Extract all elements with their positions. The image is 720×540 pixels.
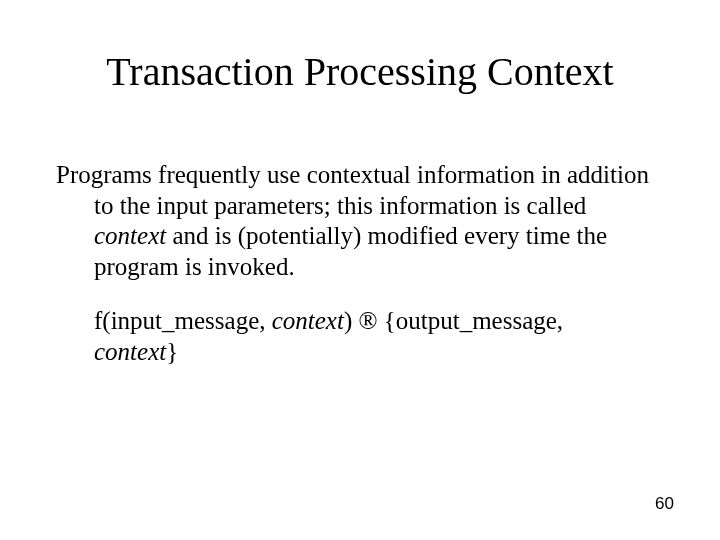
formula-e-context: context xyxy=(94,338,166,365)
formula-line: f(input_message, context) ® {output_mess… xyxy=(56,306,650,367)
slide: Transaction Processing Context Programs … xyxy=(0,0,720,540)
formula-b-context: context xyxy=(272,307,344,334)
body-text-1b-context: context xyxy=(94,222,166,249)
body-paragraph: Programs frequently use contextual infor… xyxy=(56,160,650,282)
page-number: 60 xyxy=(655,494,674,514)
body-text-1a: Programs frequently use contextual infor… xyxy=(56,161,649,219)
formula-c: ) xyxy=(344,307,359,334)
formula-d: {output_message, xyxy=(378,307,564,334)
arrow-icon: ® xyxy=(359,307,378,334)
formula-f: } xyxy=(166,338,178,365)
body-text-1c: and is (potentially) modified every time… xyxy=(94,222,607,280)
formula-a: f(input_message, xyxy=(94,307,272,334)
slide-title: Transaction Processing Context xyxy=(0,48,720,95)
slide-body: Programs frequently use contextual infor… xyxy=(56,160,650,367)
